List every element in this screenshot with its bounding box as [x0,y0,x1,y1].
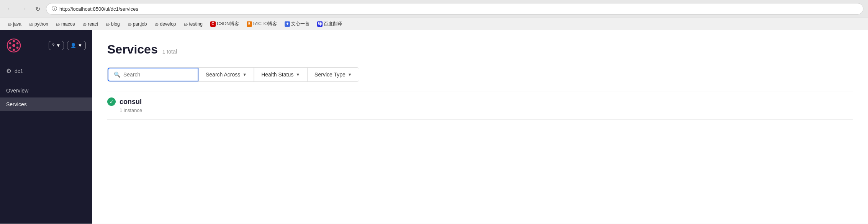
csdn-favicon: C [210,21,216,27]
search-across-dropdown[interactable]: Search Across ▼ [198,68,254,81]
bookmark-label: develop [160,21,176,27]
bookmark-label: python [34,21,48,27]
bookmark-baidu[interactable]: 译 百度翻译 [314,19,345,28]
bookmark-develop[interactable]: 🗁 develop [151,20,179,28]
datacenter-icon: ⚙ [6,67,11,75]
sidebar-header: ? ▼ 👤 ▼ [0,30,92,61]
health-status-dropdown[interactable]: Health Status ▼ [254,68,307,81]
folder-icon: 🗁 [56,22,60,26]
search-icon: 🔍 [114,71,120,78]
health-status-chevron-icon: ▼ [296,72,300,77]
service-list: ✓ consul 1 instance [107,91,853,120]
browser-toolbar: ← → ↻ ⓘ http://localhost:8500/ui/dc1/ser… [0,0,868,18]
app-layout: ? ▼ 👤 ▼ ⚙ dc1 Overview Services [0,30,868,224]
service-type-label: Service Type [314,71,346,78]
folder-icon: 🗁 [184,22,188,26]
bookmark-partjob[interactable]: 🗁 partjob [124,20,150,28]
51cto-favicon: 5 [247,21,252,27]
svg-point-1 [12,44,15,47]
svg-point-7 [9,42,11,44]
bookmark-react[interactable]: 🗁 react [79,20,101,28]
bookmark-label: macos [61,21,75,27]
health-passing-icon: ✓ [107,97,116,106]
url-text: http://localhost:8500/ui/dc1/services [59,6,138,12]
browser-chrome: ← → ↻ ⓘ http://localhost:8500/ui/dc1/ser… [0,0,868,30]
search-input[interactable] [123,71,192,78]
sidebar-header-controls: ? ▼ 👤 ▼ [49,41,86,50]
info-icon: ⓘ [52,5,57,12]
service-type-dropdown[interactable]: Service Type ▼ [307,68,359,81]
svg-point-5 [13,49,15,51]
svg-point-2 [13,40,15,42]
bookmark-label: 百度翻译 [324,21,342,27]
service-name-row: ✓ consul [107,97,853,106]
health-status-label: Health Status [261,71,293,78]
sidebar: ? ▼ 👤 ▼ ⚙ dc1 Overview Services [0,30,92,224]
service-item-consul[interactable]: ✓ consul 1 instance [107,91,853,120]
svg-point-6 [9,47,11,49]
services-label: Services [6,101,27,107]
forward-button[interactable]: → [18,3,29,14]
folder-icon: 🗁 [29,22,33,26]
filter-bar: 🔍 Search Across ▼ Health Status ▼ Servic… [107,67,359,82]
bookmark-python[interactable]: 🗁 python [26,20,51,28]
reload-button[interactable]: ↻ [32,3,43,14]
bookmark-label: 文心一言 [291,21,310,27]
bookmark-label: CSDN博客 [217,21,239,27]
sidebar-nav: Overview Services [0,81,92,224]
page-title: Services [107,42,158,57]
svg-point-3 [16,42,19,44]
bookmark-java[interactable]: 🗁 java [5,20,25,28]
user-chevron-icon: ▼ [78,43,82,48]
bookmark-label: java [13,21,21,27]
search-field[interactable]: 🔍 [108,68,198,81]
wxy-favicon: ✦ [285,21,290,27]
page-header: Services 1 total [107,42,853,57]
user-button[interactable]: 👤 ▼ [67,41,86,50]
folder-icon: 🗁 [106,22,110,26]
datacenter-label: dc1 [15,68,23,74]
back-button[interactable]: ← [5,3,15,14]
page-subtitle: 1 total [162,49,177,55]
service-name: consul [120,98,142,106]
bookmark-label: 51CTO博客 [253,21,277,27]
main-content: Services 1 total 🔍 Search Across ▼ Healt… [92,30,868,224]
help-button[interactable]: ? ▼ [49,41,64,50]
svg-point-4 [16,47,19,49]
bookmark-macos[interactable]: 🗁 macos [53,20,78,28]
service-type-chevron-icon: ▼ [348,72,352,77]
bookmark-csdn[interactable]: C CSDN博客 [207,19,242,28]
folder-icon: 🗁 [154,22,159,26]
user-icon: 👤 [70,43,76,48]
overview-label: Overview [6,88,28,94]
search-across-chevron-icon: ▼ [242,72,247,77]
address-bar[interactable]: ⓘ http://localhost:8500/ui/dc1/services [46,3,863,15]
folder-icon: 🗁 [82,22,87,26]
bookmark-label: react [88,21,98,27]
bookmark-blog[interactable]: 🗁 blog [103,20,123,28]
help-chevron-icon: ▼ [56,43,61,48]
question-mark-icon: ? [52,43,55,48]
bookmark-51cto[interactable]: 5 51CTO博客 [244,19,280,28]
consul-logo [6,38,21,53]
bookmark-testing[interactable]: 🗁 testing [181,20,206,28]
bookmark-wxy[interactable]: ✦ 文心一言 [282,19,313,28]
folder-icon: 🗁 [8,22,12,26]
bookmark-label: partjob [133,21,147,27]
search-across-label: Search Across [206,71,240,78]
datacenter-selector[interactable]: ⚙ dc1 [0,61,92,81]
service-instance-count: 1 instance [107,107,853,113]
sidebar-item-services[interactable]: Services [0,97,92,111]
baidu-favicon: 译 [317,21,323,27]
sidebar-item-overview[interactable]: Overview [0,84,92,97]
bookmark-label: testing [189,21,203,27]
bookmark-label: blog [111,21,120,27]
bookmarks-bar: 🗁 java 🗁 python 🗁 macos 🗁 react 🗁 blog 🗁… [0,18,868,30]
folder-icon: 🗁 [128,22,132,26]
